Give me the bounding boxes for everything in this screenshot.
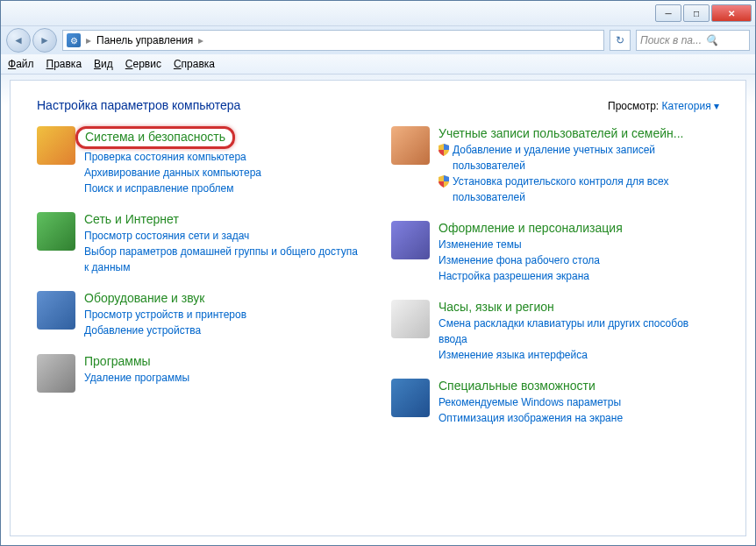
refresh-button[interactable]: ↻ <box>610 30 631 51</box>
category-link[interactable]: Добавление устройства <box>84 323 365 338</box>
control-panel-icon <box>67 33 81 47</box>
crumb-sep-icon: ▸ <box>86 34 91 46</box>
category: Специальные возможностиРекомендуемые Win… <box>391 379 719 426</box>
category-icon <box>391 126 430 165</box>
category-link[interactable]: Просмотр состояния сети и задач <box>84 228 365 244</box>
category: Сеть и ИнтернетПросмотр состояния сети и… <box>37 212 365 275</box>
category-link[interactable]: Добавление и удаление учетных записей по… <box>439 142 719 174</box>
category-link[interactable]: Архивирование данных компьютера <box>84 165 365 181</box>
search-input[interactable]: Поиск в па... 🔍 <box>636 30 750 51</box>
category-title[interactable]: Система и безопасность <box>85 130 225 144</box>
category-icon <box>37 291 75 330</box>
minimize-button[interactable]: ─ <box>655 4 681 22</box>
control-panel-window: ─ □ ✕ ◄ ► ▸ Панель управления ▸ ↻ Поиск … <box>0 0 756 546</box>
content-area: Настройка параметров компьютера Просмотр… <box>10 80 746 536</box>
search-icon: 🔍 <box>705 34 718 46</box>
category-icon <box>37 354 75 393</box>
titlebar: ─ □ ✕ <box>1 1 755 26</box>
category-icon <box>37 126 75 165</box>
category-title[interactable]: Программы <box>84 354 365 368</box>
category-link[interactable]: Настройка разрешения экрана <box>439 268 719 284</box>
category-link[interactable]: Установка родительского контроля для все… <box>439 174 719 205</box>
category-link[interactable]: Рекомендуемые Windows параметры <box>439 394 719 410</box>
category: Система и безопасностьПроверка состояния… <box>37 126 365 196</box>
menu-Правка[interactable]: Правка <box>46 58 82 70</box>
category-link[interactable]: Просмотр устройств и принтеров <box>84 307 365 323</box>
maximize-button[interactable]: □ <box>683 4 710 22</box>
address-bar[interactable]: ▸ Панель управления ▸ <box>62 30 604 51</box>
category-icon <box>391 300 430 338</box>
right-column: Учетные записи пользователей и семейн...… <box>391 126 719 442</box>
menu-Вид[interactable]: Вид <box>94 58 113 70</box>
category-title[interactable]: Сеть и Интернет <box>84 212 365 226</box>
category-link[interactable]: Смена раскладки клавиатуры или других сп… <box>439 316 719 347</box>
category-link[interactable]: Поиск и исправление проблем <box>84 181 365 196</box>
category-title[interactable]: Оборудование и звук <box>84 291 365 305</box>
category-link[interactable]: Удаление программы <box>84 370 365 386</box>
highlight-annotation: Система и безопасность <box>75 126 235 149</box>
category-title[interactable]: Специальные возможности <box>439 379 719 393</box>
category-link[interactable]: Выбор параметров домашней группы и общег… <box>84 244 365 275</box>
menu-Файл[interactable]: Файл <box>8 58 34 70</box>
category-link[interactable]: Проверка состояния компьютера <box>84 149 365 165</box>
view-by: Просмотр: Категория ▾ <box>608 100 719 112</box>
view-by-dropdown[interactable]: Категория ▾ <box>662 100 719 112</box>
category-link[interactable]: Изменение фона рабочего стола <box>439 252 719 268</box>
page-title: Настройка параметров компьютера <box>37 98 240 112</box>
category-link[interactable]: Изменение темы <box>439 237 719 252</box>
breadcrumb[interactable]: Панель управления <box>96 34 193 46</box>
page-header: Настройка параметров компьютера Просмотр… <box>37 98 719 112</box>
view-by-label: Просмотр: <box>608 100 659 112</box>
category: ПрограммыУдаление программы <box>37 354 365 393</box>
navbar: ◄ ► ▸ Панель управления ▸ ↻ Поиск в па..… <box>1 26 755 54</box>
category-title[interactable]: Учетные записи пользователей и семейн... <box>439 126 719 140</box>
menu-Справка[interactable]: Справка <box>174 58 215 70</box>
category-title[interactable]: Часы, язык и регион <box>439 300 719 314</box>
forward-button[interactable]: ► <box>32 28 57 53</box>
category: Оформление и персонализацияИзменение тем… <box>391 221 719 284</box>
left-column: Система и безопасностьПроверка состояния… <box>37 126 365 442</box>
category-icon <box>391 379 430 417</box>
search-placeholder: Поиск в па... <box>640 34 702 46</box>
menu-Сервис[interactable]: Сервис <box>125 58 161 70</box>
category: Часы, язык и регионСмена раскладки клави… <box>391 300 719 363</box>
category: Учетные записи пользователей и семейн...… <box>391 126 719 205</box>
crumb-sep-icon: ▸ <box>198 34 203 46</box>
category-icon <box>391 221 430 259</box>
close-button[interactable]: ✕ <box>711 4 752 22</box>
category-icon <box>37 212 75 251</box>
category-link[interactable]: Изменение языка интерфейса <box>439 347 719 363</box>
category: Оборудование и звукПросмотр устройств и … <box>37 291 365 338</box>
back-button[interactable]: ◄ <box>6 28 31 53</box>
category-title[interactable]: Оформление и персонализация <box>439 221 719 235</box>
menubar: ФайлПравкаВидСервисСправка <box>1 54 755 74</box>
category-link[interactable]: Оптимизация изображения на экране <box>439 410 719 426</box>
